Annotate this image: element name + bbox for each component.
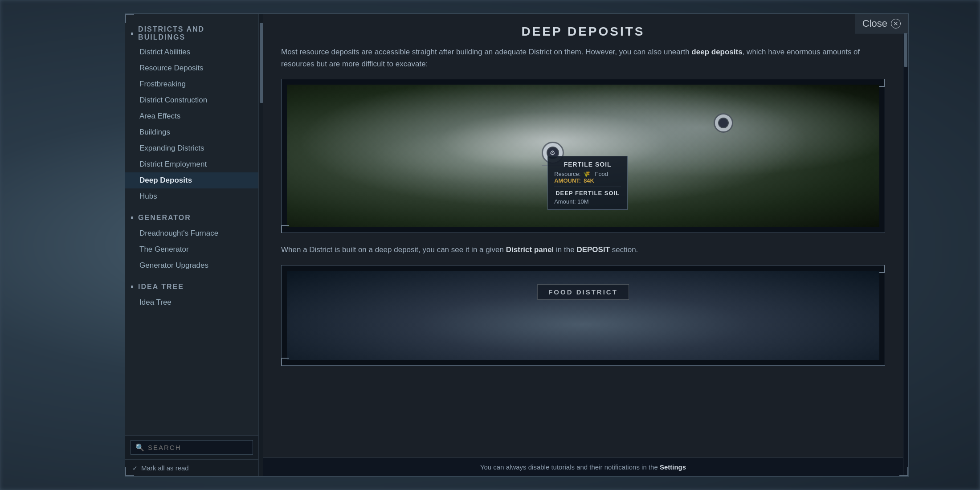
sidebar-item-deep-deposits[interactable]: Deep Deposits <box>125 172 258 188</box>
between-text-2b: in the <box>556 245 575 254</box>
close-button[interactable]: Close ✕ <box>855 14 908 33</box>
game-screenshot-2: FOOD DISTRICT <box>287 271 879 360</box>
close-x-icon: ✕ <box>891 19 901 29</box>
separator-1 <box>125 204 258 210</box>
sidebar-item-buildings[interactable]: Buildings <box>125 124 258 140</box>
mark-all-read-label: Mark all as read <box>141 464 189 472</box>
sidebar-item-district-abilities[interactable]: District Abilities <box>125 44 258 60</box>
bottom-settings-bold: Settings <box>660 463 686 471</box>
sidebar-item-generator-upgrades[interactable]: Generator Upgrades <box>125 257 258 274</box>
sidebar-item-frostbreaking[interactable]: Frostbreaking <box>125 76 258 92</box>
corner-bl <box>125 467 134 476</box>
bottom-text: You can always disable tutorials and the… <box>480 463 658 471</box>
search-bar: 🔍 <box>125 435 258 459</box>
tooltip-deep-amount-row: Amount: 10M <box>554 198 621 205</box>
food-district-bar: FOOD DISTRICT <box>537 284 629 300</box>
search-input[interactable] <box>148 444 248 451</box>
screenshot-panel-1-inner: FERTILE SOIL Resource: 🌾 Food AMOUNT: 84… <box>282 79 885 233</box>
sidebar-item-hubs[interactable]: Hubs <box>125 188 258 204</box>
main-dialog: Close ✕ ▪ DISTRICTS AND BUILDINGS Distri… <box>125 13 909 477</box>
tooltip-resource-label: Resource: <box>554 171 580 177</box>
intro-paragraph: Most resource deposits are accessible st… <box>281 46 885 70</box>
between-bold-2: DEPOSIT <box>576 245 610 254</box>
section-header-generator: ▪ GENERATOR <box>125 210 258 225</box>
section-header-idea-tree: ▪ IDEA TREE <box>125 279 258 294</box>
between-bold-1: District panel <box>506 245 554 254</box>
tooltip-amount-value: 84K <box>584 177 594 184</box>
right-scrollbar[interactable] <box>903 14 908 476</box>
tooltip-amount-row: AMOUNT: 84K <box>554 177 621 184</box>
corner-tl <box>125 14 134 23</box>
intro-text-1: Most resource deposits are accessible st… <box>281 48 690 56</box>
bullet-icon: ▪ <box>131 29 135 39</box>
tooltip-deep-amount-label: Amount: <box>554 198 576 205</box>
content-header: DEEP DEPOSITS <box>263 14 903 46</box>
between-text-1: When a District is built on a deep depos… <box>281 245 504 254</box>
corner-br <box>899 467 908 476</box>
tooltip-resource-value: Food <box>595 171 608 177</box>
sidebar-item-district-employment[interactable]: District Employment <box>125 156 258 172</box>
between-paragraph: When a District is built on a deep depos… <box>281 244 885 256</box>
sidebar-item-district-construction[interactable]: District Construction <box>125 92 258 108</box>
scrollbar-thumb <box>260 23 263 103</box>
sidebar-scrollbar[interactable] <box>259 14 263 476</box>
bottom-bar: You can always disable tutorials and the… <box>263 457 903 476</box>
search-input-wrap[interactable]: 🔍 <box>131 440 253 455</box>
bullet-icon-3: ▪ <box>131 282 135 292</box>
sidebar-item-the-generator[interactable]: The Generator <box>125 241 258 257</box>
sidebar-item-idea-tree[interactable]: Idea Tree <box>125 294 258 310</box>
sidebar-item-area-effects[interactable]: Area Effects <box>125 108 258 124</box>
tooltip-divider <box>554 187 621 187</box>
section-label-generator: GENERATOR <box>138 214 191 222</box>
close-label: Close <box>862 18 887 29</box>
screenshot-panel-2-inner: FOOD DISTRICT <box>282 265 885 365</box>
dialog-inner: ▪ DISTRICTS AND BUILDINGS District Abili… <box>125 14 908 476</box>
screenshot-panel-2: FOOD DISTRICT <box>281 265 885 366</box>
district-icon-2 <box>714 113 733 133</box>
deposit-tooltip: FERTILE SOIL Resource: 🌾 Food AMOUNT: 84… <box>547 156 628 210</box>
tooltip-title: FERTILE SOIL <box>554 161 621 168</box>
intro-bold: deep deposits <box>691 48 742 56</box>
sidebar: ▪ DISTRICTS AND BUILDINGS District Abili… <box>125 14 259 476</box>
section-label-idea-tree: IDEA TREE <box>138 283 184 291</box>
tooltip-amount-label: AMOUNT: <box>554 177 581 184</box>
food-icon: 🌾 <box>583 171 590 177</box>
main-content: DEEP DEPOSITS Most resource deposits are… <box>263 14 903 476</box>
sidebar-item-dreadnoughts-furnace[interactable]: Dreadnought's Furnace <box>125 225 258 241</box>
screenshot-panel-1: FERTILE SOIL Resource: 🌾 Food AMOUNT: 84… <box>281 79 885 233</box>
tooltip-deep-title: DEEP FERTILE SOIL <box>554 190 621 196</box>
sidebar-item-resource-deposits[interactable]: Resource Deposits <box>125 60 258 76</box>
bullet-icon-2: ▪ <box>131 212 135 223</box>
separator-2 <box>125 274 258 279</box>
game-screenshot-1: FERTILE SOIL Resource: 🌾 Food AMOUNT: 84… <box>287 85 879 227</box>
tooltip-deep-amount-value: 10M <box>577 198 588 205</box>
district-icon-inner-2 <box>718 118 729 128</box>
page-title: DEEP DEPOSITS <box>281 24 885 39</box>
sidebar-item-expanding-districts[interactable]: Expanding Districts <box>125 140 258 156</box>
section-label-districts: DISTRICTS AND BUILDINGS <box>138 25 251 41</box>
search-icon: 🔍 <box>135 443 144 452</box>
between-text-3: section. <box>612 245 638 254</box>
tooltip-resource-row: Resource: 🌾 Food <box>554 171 621 177</box>
mark-all-read-button[interactable]: ✓ Mark all as read <box>125 459 258 476</box>
sidebar-scroll: ▪ DISTRICTS AND BUILDINGS District Abili… <box>125 14 258 435</box>
content-scroll[interactable]: Most resource deposits are accessible st… <box>263 46 903 457</box>
section-header-districts: ▪ DISTRICTS AND BUILDINGS <box>125 23 258 44</box>
